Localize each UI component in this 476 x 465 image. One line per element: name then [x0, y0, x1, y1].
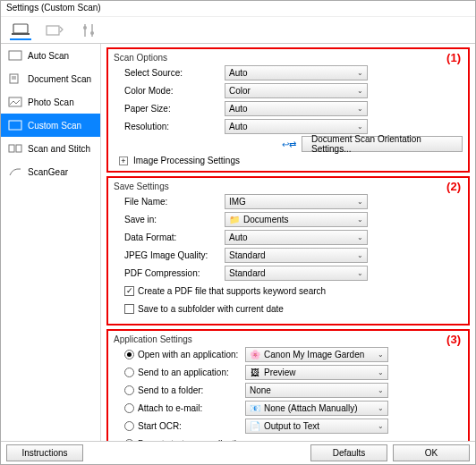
- section-heading: Application Settings: [114, 334, 463, 344]
- pdf-keyword-checkbox[interactable]: ✓ Create a PDF file that supports keywor…: [124, 283, 463, 299]
- subfolder-date-checkbox[interactable]: Save to a subfolder with current date: [124, 300, 463, 317]
- button-label: OK: [425, 448, 438, 458]
- paper-size-dropdown[interactable]: Auto⌄: [225, 101, 368, 116]
- application-settings-section: (3) Application Settings Open with an ap…: [106, 329, 470, 441]
- attach-email-label: Attach to e-mail:: [138, 403, 245, 413]
- field-value: IMG: [229, 197, 246, 207]
- top-toolbar: [1, 17, 475, 44]
- sidebar-item-label: ScanGear: [28, 167, 68, 177]
- sidebar-item-scangear[interactable]: ScanGear: [1, 160, 100, 183]
- instructions-button[interactable]: Instructions: [6, 444, 83, 461]
- section-number: (1): [446, 51, 461, 64]
- section-heading: Save Settings: [114, 182, 463, 191]
- button-label: Defaults: [333, 448, 366, 458]
- data-format-label: Data Format:: [124, 232, 225, 242]
- open-with-app-radio[interactable]: [124, 350, 134, 359]
- folder-icon: 📁: [229, 214, 240, 224]
- rotate-icon[interactable]: ↩⇄: [282, 140, 296, 149]
- sidebar-item-label: Custom Scan: [28, 121, 81, 131]
- dropdown-value: Auto: [229, 68, 248, 78]
- sidebar-item-custom-scan[interactable]: Custom Scan: [1, 114, 100, 137]
- attach-email-radio[interactable]: [124, 403, 134, 413]
- section-number: (3): [446, 333, 461, 346]
- dropdown-value: Auto: [229, 232, 248, 242]
- chevron-down-icon: ⌄: [378, 386, 384, 394]
- svg-rect-0: [13, 24, 28, 33]
- do-not-start-radio[interactable]: [124, 439, 134, 442]
- send-to-folder-dropdown[interactable]: None⌄: [245, 383, 388, 398]
- resolution-dropdown[interactable]: Auto⌄: [225, 119, 368, 134]
- orientation-settings-button[interactable]: Document Scan Orientation Settings...: [302, 136, 463, 152]
- dropdown-value: Auto: [229, 122, 248, 131]
- jpeg-quality-label: JPEG Image Quality:: [124, 250, 225, 260]
- settings-window: Settings (Custom Scan) Auto Scan Documen…: [0, 0, 476, 465]
- save-settings-section: (2) Save Settings File Name: IMG⌄ Save i…: [106, 176, 470, 326]
- svg-rect-11: [9, 97, 21, 106]
- file-name-field[interactable]: IMG⌄: [225, 194, 368, 209]
- chevron-down-icon: ⌄: [357, 87, 363, 95]
- save-in-dropdown[interactable]: 📁Documents⌄: [225, 212, 368, 227]
- svg-point-6: [90, 31, 94, 35]
- send-to-folder-radio[interactable]: [124, 385, 134, 395]
- send-to-app-label: Send to an application:: [138, 368, 245, 377]
- sidebar-item-label: Auto Scan: [28, 51, 69, 61]
- app-icon: 🌸: [250, 349, 260, 359]
- sidebar-item-scan-and-stitch[interactable]: Scan and Stitch: [1, 137, 100, 160]
- scan-options-section: (1) Scan Options Select Source: Auto⌄ Co…: [106, 47, 470, 173]
- image-processing-expander[interactable]: + Image Processing Settings: [119, 156, 463, 165]
- chevron-down-icon: ⌄: [378, 404, 384, 412]
- mail-icon: 📧: [250, 402, 260, 413]
- chevron-down-icon: ⌄: [378, 351, 384, 359]
- do-not-start-label: Do not start any application: [138, 439, 246, 442]
- checkbox-label: Save to a subfolder with current date: [138, 304, 284, 314]
- data-format-dropdown[interactable]: Auto⌄: [225, 230, 368, 245]
- dropdown-value: Canon My Image Garden: [264, 350, 364, 359]
- send-to-app-radio[interactable]: [124, 368, 134, 377]
- pdf-compression-label: PDF Compression:: [124, 268, 225, 278]
- tab-scan-from-panel-icon[interactable]: [44, 21, 65, 40]
- svg-rect-13: [9, 145, 14, 152]
- sidebar-item-photo-scan[interactable]: Photo Scan: [1, 90, 100, 114]
- open-with-app-dropdown[interactable]: 🌸Canon My Image Garden⌄: [245, 347, 388, 362]
- file-name-label: File Name:: [124, 197, 225, 207]
- window-title: Settings (Custom Scan): [1, 1, 475, 17]
- dropdown-value: Preview: [264, 368, 296, 377]
- start-ocr-label: Start OCR:: [138, 421, 245, 431]
- jpeg-quality-dropdown[interactable]: Standard⌄: [225, 248, 368, 263]
- sidebar-item-label: Document Scan: [28, 74, 91, 84]
- document-scan-icon: [8, 72, 22, 85]
- color-mode-label: Color Mode:: [124, 86, 225, 96]
- scangear-icon: [8, 165, 22, 178]
- ok-button[interactable]: OK: [393, 444, 470, 461]
- chevron-down-icon: ⌄: [357, 269, 363, 277]
- select-source-dropdown[interactable]: Auto⌄: [225, 65, 368, 80]
- start-ocr-dropdown[interactable]: 📄Output to Text⌄: [245, 418, 388, 434]
- svg-rect-2: [47, 26, 59, 35]
- sidebar-item-document-scan[interactable]: Document Scan: [1, 67, 100, 90]
- dropdown-value: Color: [229, 86, 251, 96]
- open-with-app-label: Open with an application:: [138, 350, 245, 359]
- text-icon: 📄: [250, 420, 260, 431]
- sidebar-item-auto-scan[interactable]: Auto Scan: [1, 44, 100, 67]
- checkbox-label: Create a PDF file that supports keyword …: [138, 286, 326, 296]
- dropdown-value: Auto: [229, 104, 248, 114]
- dropdown-value: None (Attach Manually): [264, 403, 358, 413]
- svg-rect-12: [9, 121, 21, 130]
- start-ocr-radio[interactable]: [124, 421, 134, 431]
- chevron-down-icon: ⌄: [357, 233, 363, 241]
- resolution-label: Resolution:: [124, 122, 225, 131]
- section-number: (2): [446, 180, 461, 193]
- tab-scan-from-computer-icon[interactable]: [10, 21, 31, 40]
- dropdown-value: Output to Text: [264, 421, 319, 431]
- send-to-app-dropdown[interactable]: 🖼Preview⌄: [245, 365, 388, 380]
- tab-general-settings-icon[interactable]: [78, 21, 99, 40]
- chevron-down-icon: ⌄: [357, 198, 363, 206]
- attach-email-dropdown[interactable]: 📧None (Attach Manually)⌄: [245, 401, 388, 416]
- chevron-down-icon: ⌄: [357, 251, 363, 259]
- defaults-button[interactable]: Defaults: [310, 444, 387, 461]
- chevron-down-icon: ⌄: [357, 216, 363, 224]
- chevron-down-icon: ⌄: [378, 422, 384, 430]
- pdf-compression-dropdown[interactable]: Standard⌄: [225, 266, 368, 281]
- color-mode-dropdown[interactable]: Color⌄: [225, 83, 368, 98]
- checkbox-checked-icon: ✓: [124, 286, 134, 296]
